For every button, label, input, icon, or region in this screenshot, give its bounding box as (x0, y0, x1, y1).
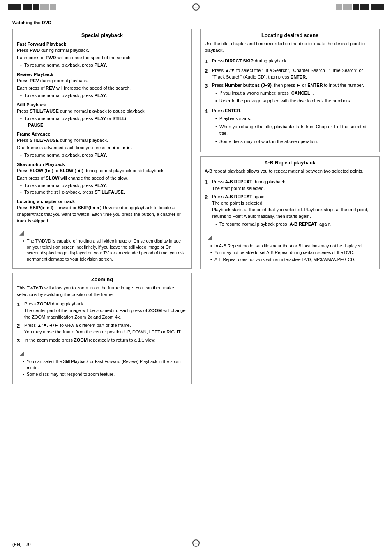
footer-crosshair-icon (192, 539, 200, 547)
ab-step2-bullets: To resume normal playback press A-B REPE… (212, 221, 375, 228)
header-block (40, 4, 49, 10)
frame-advance-title: Frame Advance (17, 132, 187, 136)
zooming-title: Zooming (17, 277, 187, 282)
note-item: A-B Repeat does not work with an interac… (210, 257, 373, 263)
zoom-step-2: 2 Press ▲/▼/◄/► to view a different part… (17, 322, 187, 335)
note-item: Some discs may not respond to zoom featu… (23, 371, 185, 377)
page-header (0, 0, 392, 14)
page-number: (EN) - 30 (12, 542, 31, 547)
bullet-item: Refer to the package supplied with the d… (215, 98, 375, 104)
still-playback-title: Still Playback (17, 102, 187, 107)
bullet-item: Playback starts. (215, 116, 375, 122)
bullet-item: To resume normal playback, press PLAY or… (20, 116, 187, 129)
zooming-section: Zooming This TV/DVD will allow you to zo… (12, 273, 192, 384)
watching-title: Watching the DVD (12, 20, 51, 25)
header-block (23, 4, 32, 10)
frame-bullets: To resume normal playback, press PLAY. (17, 152, 187, 159)
page-content: Watching the DVD Special playback Fast F… (0, 16, 392, 400)
two-column-layout: Special playback Fast Forward Playback P… (12, 29, 380, 388)
note-icon: ◢ (207, 234, 212, 241)
ab-repeat-title: A-B Repeat playback (205, 160, 375, 166)
header-block (336, 4, 342, 10)
bullet-item: Some discs may not work in the above ope… (215, 139, 375, 145)
footer-crosshair (192, 539, 200, 547)
locate-step-1: 1 Press DIRECT SKIP during playback. (205, 58, 375, 66)
locating-steps: 1 Press DIRECT SKIP during playback. 2 P… (205, 58, 375, 147)
slow-motion-title: Slow-motion Playback (17, 162, 187, 167)
ab-step-1: 1 Press A-B REPEAT during playback. The … (205, 179, 375, 192)
zooming-steps: 1 Press ZOOM during playback. The center… (17, 301, 187, 345)
fast-forward-bullets: To resume normal playback, press PLAY. (17, 62, 187, 69)
header-blocks-left (8, 4, 56, 10)
ab-repeat-intro: A-B repeat playback allows you to repeat… (205, 168, 375, 175)
bullet-item: To resume normal playback, press PLAY. (20, 152, 187, 159)
bullet-item: If you input a wrong number, press CANCE… (215, 90, 375, 97)
header-block (8, 4, 21, 10)
header-block (33, 4, 39, 10)
note-item: You may not be able to set A-B Repeat du… (210, 250, 373, 256)
bullet-item: When you change the title, playback star… (215, 124, 375, 137)
review-line1: Press REV during normal playback. (17, 78, 187, 84)
header-block (343, 4, 352, 10)
page-footer: (EN) - 30 (12, 542, 31, 547)
note-icon: ◢ (19, 349, 24, 356)
section-watching-header: Watching the DVD (12, 20, 380, 26)
zoom-note-list: You can select the Still Playback or Fas… (19, 358, 185, 377)
locate-step4-bullets: Playback starts. When you change the tit… (212, 116, 375, 145)
bullet-item: To resume normal playback, press PLAY. (20, 183, 187, 189)
special-playback-section: Special playback Fast Forward Playback P… (12, 29, 192, 269)
fast-forward-line1: Press FWD during normal playback. (17, 47, 187, 54)
locating-scene-intro: Use the title, chapter and time recorded… (205, 41, 375, 54)
ab-repeat-steps: 1 Press A-B REPEAT during playback. The … (205, 179, 375, 229)
zoom-step-3: 3 In the zoom mode press ZOOM repeatedly… (17, 337, 187, 345)
review-bullets: To resume normal playback, press PLAY. (17, 92, 187, 99)
crosshair-icon (192, 3, 200, 11)
bullet-item: To resume the still playback, press STIL… (20, 189, 187, 196)
review-playback-title: Review Playback (17, 72, 187, 77)
header-block (371, 4, 384, 10)
special-playback-title: Special playback (17, 32, 187, 38)
locate-step3-bullets: If you input a wrong number, press CANCE… (212, 90, 375, 105)
slow-line2: Each press of SLOW will change the speed… (17, 175, 187, 182)
header-block (50, 4, 56, 10)
locate-step-3: 3 Press Number buttons (0–9), then press… (205, 82, 375, 106)
bullet-item: To resume normal playback, press PLAY. (20, 92, 187, 99)
fast-forward-title: Fast Forward Playback (17, 42, 187, 46)
frame-line1: Press STILL/PAUSE during normal playback… (17, 137, 187, 144)
header-block (353, 4, 359, 10)
special-playback-note: ◢ The TV/DVD is capable of holding a sti… (17, 227, 187, 265)
header-blocks-right (336, 4, 384, 10)
slow-line1: Press SLOW (I►) or SLOW (◄I) during norm… (17, 168, 187, 174)
still-line1: Press STILL/PAUSE during normal playback… (17, 108, 187, 115)
locate-step-4: 4 Press ENTER. Playback starts. When you… (205, 108, 375, 147)
locating-scene-section: Locating desired scene Use the title, ch… (200, 29, 380, 152)
ab-note-list: In A-B Repeat mode, subtitles near the A… (207, 243, 373, 263)
note-item: You can select the Still Playback or Fas… (23, 358, 185, 370)
locating-chapter-title: Locating a chapter or track (17, 199, 187, 204)
header-block (360, 4, 369, 10)
locating-scene-title: Locating desired scene (205, 32, 375, 38)
locate-step-2: 2 Press ▲/▼ to select the "Title Search"… (205, 67, 375, 81)
note-item: The TV/DVD is capable of holding a still… (23, 238, 185, 262)
note-item: In A-B Repeat mode, subtitles near the A… (210, 243, 373, 249)
locating-chapter-text: Press SKIP(►►I) Forward or SKIP(I◄◄) Rev… (17, 205, 187, 224)
note-list: The TV/DVD is capable of holding a still… (19, 238, 185, 262)
header-center (60, 3, 332, 11)
ab-step-2: 2 Press A-B REPEAT again. The end point … (205, 194, 375, 229)
fast-forward-line2: Each press of FWD will increase the spee… (17, 55, 187, 61)
ab-repeat-note: ◢ In A-B Repeat mode, subtitles near the… (205, 232, 375, 266)
ab-repeat-section: A-B Repeat playback A-B repeat playback … (200, 156, 380, 269)
bullet-item: To resume normal playback press A-B REPE… (215, 221, 375, 228)
zoom-step-1: 1 Press ZOOM during playback. The center… (17, 301, 187, 321)
left-column: Special playback Fast Forward Playback P… (12, 29, 192, 388)
bullet-item: To resume normal playback, press PLAY. (20, 62, 187, 69)
still-bullets: To resume normal playback, press PLAY or… (17, 116, 187, 129)
zooming-note: ◢ You can select the Still Playback or F… (17, 347, 187, 380)
note-icon: ◢ (19, 229, 24, 236)
review-line2: Each press of REV will increase the spee… (17, 85, 187, 92)
zooming-intro: This TV/DVD will allow you to zoom in on… (17, 285, 187, 298)
frame-line2: One frame is advanced each time you pres… (17, 145, 187, 151)
slow-bullets: To resume normal playback, press PLAY. T… (17, 183, 187, 196)
right-column: Locating desired scene Use the title, ch… (200, 29, 380, 388)
